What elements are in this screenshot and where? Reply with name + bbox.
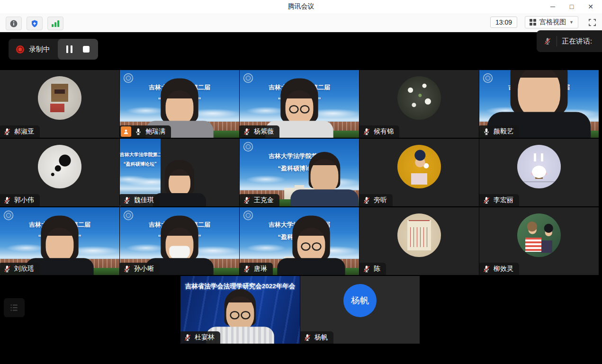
minimize-button[interactable]: ─	[543, 0, 562, 13]
virtual-background-banner: 吉林大学法学院第二届 “盈科硕博论坛”	[120, 150, 161, 169]
participant-tile[interactable]: 李宏丽	[479, 139, 599, 206]
participant-name: 颜毅艺	[494, 127, 513, 136]
muted-mic-icon	[543, 37, 552, 45]
participant-name-label: 郝淑亚	[0, 125, 40, 138]
figure-head	[166, 228, 194, 262]
participant-tile[interactable]: 旁听	[359, 139, 479, 206]
figure-head	[286, 90, 314, 124]
pause-recording-button[interactable]	[66, 45, 72, 53]
participant-tile[interactable]: 吉林大学法学院第二届 “盈科硕博论坛”	[0, 207, 119, 275]
participant-tile[interactable]: 吉林大学法学院第二届 “盈科硕博论坛”	[240, 70, 359, 138]
figure-head	[297, 228, 325, 262]
layout-view-button[interactable]: 宫格视图 ▼	[525, 16, 578, 28]
participant-tile[interactable]: 吉林大学法学院第二届 “盈科硕博论坛”	[240, 139, 359, 206]
figure-shoulders	[290, 189, 358, 206]
participant-name-label: 旁听	[359, 194, 393, 206]
participant-tile[interactable]: 候有锦	[359, 70, 479, 138]
participant-name-label: 杨帆	[300, 331, 333, 344]
mic-status-icon	[362, 196, 371, 204]
mic-status-icon	[362, 265, 371, 273]
close-button[interactable]: ✕	[581, 0, 600, 13]
fullscreen-button[interactable]	[586, 16, 598, 28]
mic-status-icon	[123, 196, 131, 204]
glasses	[300, 242, 323, 250]
participant-name: 李宏丽	[494, 196, 513, 204]
avatar-initial: 杨帆	[343, 284, 377, 317]
figure-head	[169, 169, 190, 196]
participant-tile[interactable]: 吉林大学法学院第二届 “盈科硕博论坛”	[240, 207, 359, 275]
meeting-info-button[interactable]	[6, 17, 22, 30]
figure-head	[226, 296, 254, 330]
participant-tile[interactable]: 杨帆 杨帆	[300, 276, 420, 344]
participant-name: 陈	[374, 265, 380, 273]
grid-view-icon	[530, 19, 536, 26]
figure-head	[310, 159, 338, 193]
mic-status-icon	[243, 127, 251, 136]
participant-tile[interactable]: 陈	[359, 207, 479, 275]
stop-recording-button[interactable]	[83, 46, 90, 53]
participant-name: 王克金	[254, 196, 274, 204]
banner-line1: 吉林大学法学院第二届	[120, 150, 161, 160]
mic-status-icon	[3, 196, 11, 204]
participant-name-label: 杨紫薇	[240, 125, 279, 138]
banner-line2: “盈科硕博论坛”	[120, 160, 161, 169]
participant-name: 旁听	[374, 196, 387, 204]
recording-indicator: 录制中	[9, 39, 98, 60]
participant-tile[interactable]: 吉林大学法学院第二届 “盈科硕博论坛”	[120, 139, 239, 206]
mic-status-icon	[482, 127, 491, 136]
recording-controls	[58, 39, 98, 60]
tencent-meeting-window: 腾讯会议 ─ □ ✕ 13:09 宫格视图 ▼	[0, 0, 602, 364]
shield-icon	[30, 19, 39, 28]
mic-status-icon	[3, 127, 11, 136]
toolbar-right: 13:09 宫格视图 ▼	[490, 16, 598, 28]
layout-view-label: 宫格视图	[539, 18, 566, 27]
participant-name-label: 鲍瑞满	[120, 125, 171, 138]
participant-name: 鲍瑞满	[145, 127, 165, 136]
member-list-button[interactable]	[4, 298, 25, 317]
university-logo-icon	[243, 211, 253, 220]
participant-tile[interactable]: 吉林大学法学院第二届 “盈科硕博论坛”	[479, 70, 599, 138]
participant-figure	[275, 228, 348, 275]
participant-name-label: 郭小伟	[0, 194, 40, 206]
network-status-button[interactable]	[47, 17, 63, 30]
maximize-button[interactable]: □	[562, 0, 581, 13]
participant-name-label: 王克金	[240, 194, 279, 206]
speaking-panel: 正在讲话:	[537, 30, 602, 52]
mic-status-icon	[243, 196, 251, 204]
mic-status-icon	[362, 127, 371, 136]
avatar	[397, 145, 441, 188]
participant-tile[interactable]: 吉林大学法学院第二届 “盈科硕博论坛”	[120, 70, 239, 138]
participant-name: 郝淑亚	[14, 127, 34, 136]
mic-status-icon	[134, 127, 143, 136]
participant-name: 杜宴林	[195, 333, 215, 342]
mic-status-icon	[303, 333, 312, 342]
mic-status-icon	[183, 333, 192, 342]
participant-name: 孙小晰	[134, 265, 154, 273]
speaking-label: 正在讲话:	[562, 37, 592, 46]
security-button[interactable]	[27, 17, 43, 30]
mic-status-icon	[482, 265, 491, 273]
participant-name-label: 刘欣瑶	[0, 263, 40, 275]
avatar	[517, 213, 561, 257]
participant-name: 杨紫薇	[254, 127, 274, 136]
recording-status: 录制中	[9, 39, 58, 60]
participant-tile[interactable]: 郭小伟	[0, 139, 119, 206]
participant-name-label: 魏佳琪	[120, 194, 160, 206]
avatar	[517, 145, 561, 188]
participant-name: 郭小伟	[14, 196, 34, 204]
fullscreen-icon	[588, 18, 597, 27]
participant-figure	[151, 169, 208, 206]
participant-figure	[288, 159, 359, 206]
participant-tile[interactable]: 柳效灵	[479, 207, 599, 275]
participant-tile[interactable]: 吉林省法学会法理学研究会2022年年会 暨 杜宴林	[180, 276, 300, 344]
avatar	[38, 145, 81, 188]
participant-tile[interactable]: 郝淑亚	[0, 70, 119, 138]
recording-label: 录制中	[29, 45, 50, 54]
mic-status-icon	[3, 265, 11, 273]
university-logo-icon	[4, 211, 13, 220]
meeting-clock: 13:09	[490, 17, 517, 28]
figure-head	[518, 70, 560, 117]
host-badge-icon	[121, 126, 131, 137]
participant-tile[interactable]: 吉林大学法学院第二届 “盈科硕博论坛”	[120, 207, 239, 275]
info-icon	[9, 19, 18, 28]
